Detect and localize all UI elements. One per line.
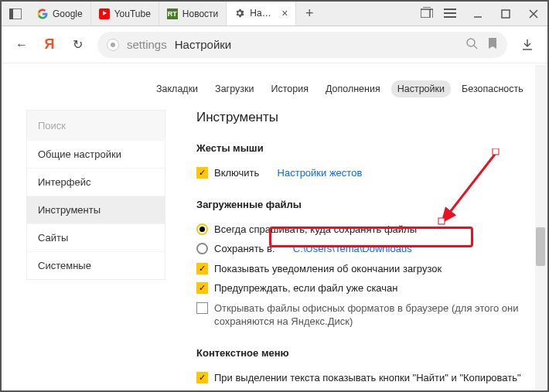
- youtube-icon: [99, 9, 110, 19]
- tab-title: YouTube: [114, 9, 151, 19]
- tab-youtube[interactable]: YouTube: [91, 2, 159, 26]
- site-favicon: [107, 39, 119, 51]
- leftnav-interface[interactable]: Интерфейс: [27, 168, 165, 196]
- download-open-office-label: Открывать файлы офисных форматов в брауз…: [214, 302, 541, 329]
- download-ask-label: Всегда спрашивать, куда сохранять файлы: [214, 223, 417, 237]
- topnav-security[interactable]: Безопасность: [455, 80, 530, 97]
- topnav-settings[interactable]: Настройки: [391, 80, 451, 97]
- bookmark-icon[interactable]: [487, 37, 498, 53]
- download-ask-radio[interactable]: [196, 223, 208, 235]
- topnav-bookmarks[interactable]: Закладки: [150, 80, 204, 97]
- mouse-gestures-config-link[interactable]: Настройки жестов: [278, 166, 363, 180]
- context-find-copy-label: При выделении текста показывать кнопки "…: [214, 371, 521, 385]
- download-warn-checkbox[interactable]: [196, 282, 208, 294]
- downloads-button[interactable]: [515, 39, 540, 51]
- svg-point-4: [467, 39, 475, 46]
- back-button[interactable]: ←: [9, 32, 34, 57]
- close-window-button[interactable]: [520, 9, 547, 19]
- menu-icon[interactable]: [444, 8, 456, 20]
- search-icon[interactable]: [465, 37, 478, 53]
- tab-google[interactable]: Google: [29, 2, 91, 26]
- page-heading: Инструменты: [196, 110, 541, 125]
- tab-close-icon[interactable]: ×: [281, 7, 288, 19]
- reload-button[interactable]: ↻: [65, 32, 90, 57]
- tab-settings[interactable]: Настройки ×: [227, 2, 296, 26]
- download-open-office-checkbox[interactable]: [196, 302, 208, 314]
- leftnav-general[interactable]: Общие настройки: [27, 141, 165, 168]
- maximize-button[interactable]: [492, 9, 520, 19]
- gear-icon: [234, 8, 245, 19]
- sidebar-toggle[interactable]: [2, 2, 29, 26]
- download-saveto-label: Сохранять в:: [214, 242, 275, 256]
- tab-rt-news[interactable]: RT Новости: [159, 2, 227, 26]
- address-bar[interactable]: settings Настройки: [97, 32, 507, 58]
- address-title: Настройки: [175, 38, 232, 51]
- google-icon: [37, 9, 48, 19]
- settings-leftnav: Поиск Общие настройки Интерфейс Инструме…: [26, 110, 165, 280]
- svg-rect-3: [502, 10, 510, 18]
- download-notify-label: Показывать уведомления об окончании загр…: [214, 262, 442, 276]
- mouse-gestures-enable-label: Включить: [214, 166, 259, 180]
- svg-rect-2: [421, 9, 430, 18]
- download-notify-checkbox[interactable]: [196, 263, 208, 274]
- tab-title: Google: [53, 9, 83, 19]
- section-context-menu-title: Контекстное меню: [196, 347, 541, 359]
- home-button[interactable]: Я: [37, 32, 62, 57]
- download-saveto-path[interactable]: C:\Users\Tema\Downloads: [293, 242, 412, 256]
- leftnav-search[interactable]: Поиск: [27, 111, 165, 141]
- tab-title: Настройки: [250, 8, 274, 19]
- scrollbar-thumb[interactable]: [536, 227, 545, 266]
- download-warn-label: Предупреждать, если файл уже скачан: [214, 281, 398, 295]
- new-tab-button[interactable]: +: [296, 2, 322, 26]
- leftnav-system[interactable]: Системные: [27, 251, 165, 279]
- section-downloads-title: Загруженные файлы: [196, 199, 541, 210]
- topnav-downloads[interactable]: Загрузки: [209, 80, 260, 97]
- tab-title: Новости: [182, 9, 218, 19]
- context-find-copy-checkbox[interactable]: [196, 372, 208, 383]
- leftnav-tools[interactable]: Инструменты: [27, 196, 165, 223]
- minimize-button[interactable]: [464, 9, 492, 19]
- collections-icon[interactable]: [421, 7, 433, 20]
- section-mouse-gestures-title: Жесты мыши: [196, 142, 541, 154]
- vertical-scrollbar[interactable]: [535, 65, 546, 389]
- leftnav-sites[interactable]: Сайты: [27, 223, 165, 251]
- topnav-addons[interactable]: Дополнения: [319, 80, 387, 97]
- rt-icon: RT: [167, 9, 178, 19]
- svg-rect-1: [9, 9, 13, 19]
- settings-topnav: Закладки Загрузки История Дополнения Нас…: [150, 65, 546, 110]
- download-saveto-radio[interactable]: [196, 243, 208, 254]
- mouse-gestures-enable-checkbox[interactable]: [196, 167, 208, 179]
- address-prefix: settings: [127, 38, 167, 51]
- topnav-history[interactable]: История: [264, 80, 314, 97]
